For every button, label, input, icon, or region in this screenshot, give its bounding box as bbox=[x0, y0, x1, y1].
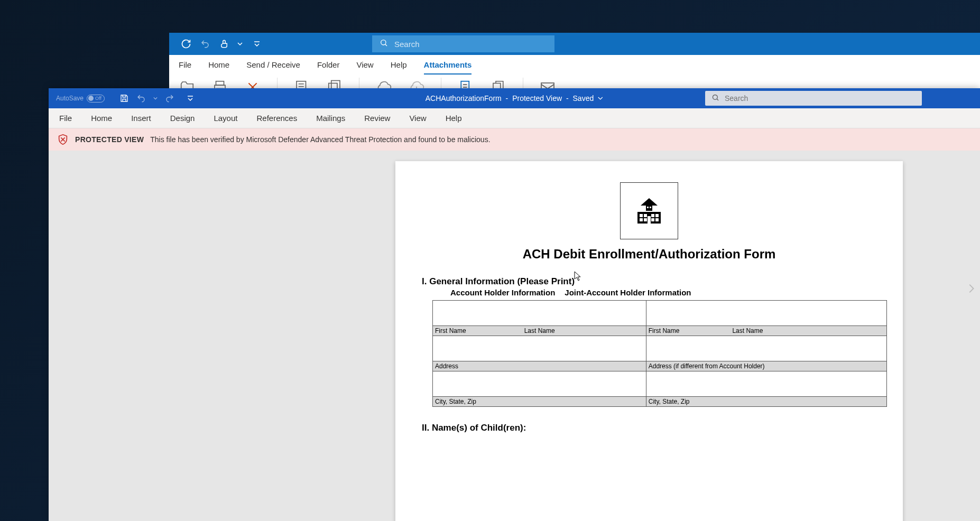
table-cell bbox=[646, 301, 886, 326]
tab-file[interactable]: File bbox=[59, 114, 72, 123]
tab-references[interactable]: References bbox=[256, 114, 297, 123]
protected-view-banner: PROTECTED VIEW This file has been verifi… bbox=[49, 128, 980, 151]
table-label-cell: City, State, Zip bbox=[433, 397, 646, 407]
svg-rect-1 bbox=[216, 81, 224, 85]
word-document-title: ACHAuthorizationForm - Protected View - … bbox=[426, 94, 603, 103]
undo-icon[interactable] bbox=[135, 92, 147, 104]
autosave-label: AutoSave bbox=[56, 95, 84, 102]
svg-rect-11 bbox=[646, 206, 652, 211]
document-page: ACH Debit Enrollment/Authorization Form … bbox=[395, 161, 903, 521]
svg-rect-23 bbox=[648, 216, 651, 224]
section-2-title: II. Name(s) of Child(ren): bbox=[422, 423, 876, 433]
title-dropdown-icon[interactable] bbox=[598, 94, 603, 103]
table-label-cell: Address (if different from Account Holde… bbox=[646, 361, 886, 371]
form-table: First NameLast Name First NameLast Name … bbox=[432, 300, 887, 407]
svg-rect-13 bbox=[650, 207, 651, 208]
table-cell bbox=[433, 336, 646, 361]
outlook-titlebar bbox=[169, 33, 980, 55]
table-label-cell: Address bbox=[433, 361, 646, 371]
tab-layout[interactable]: Layout bbox=[214, 114, 237, 123]
word-ribbon-tabs: File Home Insert Design Layout Reference… bbox=[49, 108, 980, 128]
tab-folder[interactable]: Folder bbox=[317, 60, 340, 75]
table-cell bbox=[433, 301, 646, 326]
title-mode: Protected View bbox=[512, 94, 562, 103]
outlook-search-input[interactable] bbox=[394, 40, 547, 49]
shield-blocked-icon bbox=[57, 134, 69, 145]
svg-rect-18 bbox=[655, 214, 659, 217]
word-window: AutoSave Off ACHAuthorizationForm - Prot… bbox=[49, 88, 980, 521]
svg-rect-12 bbox=[647, 207, 649, 208]
svg-rect-22 bbox=[655, 218, 659, 221]
word-titlebar: AutoSave Off ACHAuthorizationForm - Prot… bbox=[49, 88, 980, 108]
tab-help[interactable]: Help bbox=[446, 114, 462, 123]
building-logo-icon bbox=[620, 182, 678, 239]
document-canvas[interactable]: ACH Debit Enrollment/Authorization Form … bbox=[49, 151, 980, 521]
table-label-cell: City, State, Zip bbox=[646, 397, 886, 407]
table-label-cell: First NameLast Name bbox=[433, 326, 646, 336]
svg-rect-17 bbox=[651, 214, 654, 217]
col2-header: Joint-Account Holder Information bbox=[565, 288, 691, 297]
tab-send-receive[interactable]: Send / Receive bbox=[246, 60, 300, 75]
tab-mailings[interactable]: Mailings bbox=[316, 114, 345, 123]
tab-attachments[interactable]: Attachments bbox=[424, 60, 472, 75]
tab-insert[interactable]: Insert bbox=[131, 114, 151, 123]
tab-file[interactable]: File bbox=[179, 60, 191, 75]
title-sep: - bbox=[564, 94, 570, 103]
table-label-cell: First NameLast Name bbox=[646, 326, 886, 336]
title-saved: Saved bbox=[573, 94, 594, 103]
save-icon[interactable] bbox=[118, 92, 130, 104]
tab-home[interactable]: Home bbox=[208, 60, 229, 75]
word-search-input[interactable] bbox=[725, 94, 916, 103]
svg-point-10 bbox=[713, 95, 718, 99]
redo-icon[interactable] bbox=[164, 92, 175, 104]
refresh-icon[interactable] bbox=[180, 38, 192, 50]
document-title: ACH Debit Enrollment/Authorization Form bbox=[422, 247, 876, 262]
title-filename: ACHAuthorizationForm bbox=[426, 94, 502, 103]
svg-rect-15 bbox=[640, 214, 643, 217]
qat-customize-icon[interactable] bbox=[187, 92, 193, 104]
banner-title: PROTECTED VIEW bbox=[75, 135, 144, 144]
undo-dropdown-icon[interactable] bbox=[152, 92, 159, 104]
table-cell bbox=[433, 371, 646, 397]
table-cell bbox=[646, 336, 886, 361]
column-headers: Account Holder Information Joint-Account… bbox=[422, 288, 876, 297]
qat-customize-icon[interactable] bbox=[254, 38, 260, 50]
autosave-toggle[interactable]: AutoSave Off bbox=[56, 95, 101, 103]
col1-header: Account Holder Information bbox=[450, 288, 555, 297]
tab-design[interactable]: Design bbox=[170, 114, 195, 123]
section-1-title: I. General Information (Please Print) bbox=[422, 276, 876, 287]
search-icon bbox=[711, 94, 719, 104]
next-page-icon[interactable] bbox=[965, 283, 977, 296]
svg-rect-20 bbox=[644, 218, 647, 221]
title-sep: - bbox=[504, 94, 510, 103]
search-icon bbox=[380, 39, 388, 49]
outlook-search-box[interactable] bbox=[372, 35, 554, 52]
touch-mode-icon[interactable] bbox=[218, 38, 230, 50]
word-search-box[interactable] bbox=[705, 91, 922, 106]
banner-message: This file has been verified by Microsoft… bbox=[150, 135, 490, 144]
tab-view[interactable]: View bbox=[356, 60, 373, 75]
undo-icon[interactable] bbox=[199, 38, 211, 50]
qat-dropdown-icon[interactable] bbox=[237, 38, 243, 50]
svg-rect-19 bbox=[640, 218, 643, 221]
tab-view[interactable]: View bbox=[409, 114, 426, 123]
table-cell bbox=[646, 371, 886, 397]
outlook-ribbon-tabs: File Home Send / Receive Folder View Hel… bbox=[169, 55, 980, 75]
toggle-icon bbox=[87, 95, 105, 103]
tab-home[interactable]: Home bbox=[91, 114, 112, 123]
svg-rect-16 bbox=[644, 214, 647, 217]
tab-review[interactable]: Review bbox=[364, 114, 390, 123]
tab-help[interactable]: Help bbox=[391, 60, 407, 75]
svg-rect-21 bbox=[651, 218, 654, 221]
svg-point-0 bbox=[381, 40, 386, 45]
